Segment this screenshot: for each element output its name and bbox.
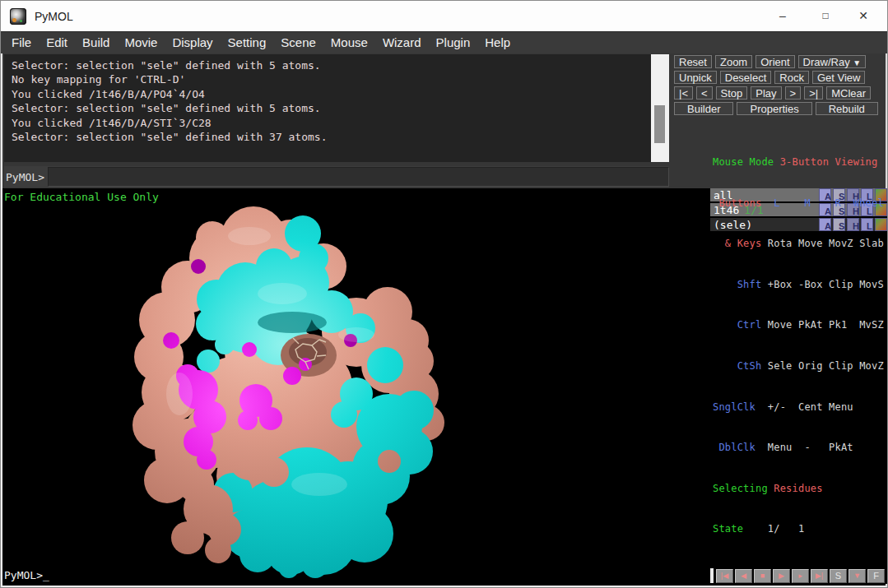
console-line: Selector: selection "sele" defined with … [12,101,651,115]
mouse-row-label: SnglClk [713,401,755,413]
menu-mouse[interactable]: Mouse [323,32,375,53]
mouse-row-text: Move PkAt Pk1 MvSZ [761,319,884,331]
orient-button[interactable]: Orient [755,55,794,68]
console-line: Selector: selection "sele" defined with … [12,130,651,144]
console-scrollbar[interactable] [651,54,669,162]
menu-scene[interactable]: Scene [273,32,323,53]
mouse-row-label: CtSh [713,360,761,372]
pymol-window: PyMOL – □ ✕ File Edit Build Movie Displa… [0,0,888,588]
menu-bar: File Edit Build Movie Display Setting Sc… [1,32,887,53]
movie-stop-button[interactable]: Stop [716,86,748,100]
mouse-row-label: & Keys [713,238,761,249]
frame-last-button[interactable]: >| [804,86,823,100]
mouse-row-label: Selecting [713,483,768,494]
movie-play-button[interactable]: Play [751,86,781,100]
mouse-row-label: State [713,523,743,535]
mouse-row-label: Mouse Mode [713,156,774,168]
menu-movie[interactable]: Movie [117,32,165,53]
builder-button[interactable]: Builder [674,102,733,115]
panel-scroll-strip[interactable] [710,568,714,583]
molecule-surface-rendering[interactable] [2,188,710,584]
mouse-row-text: Menu - PkAt [755,442,853,453]
playback-play-button[interactable]: ▶ [773,569,790,583]
close-button[interactable]: ✕ [844,1,882,30]
rebuild-button[interactable]: Rebuild [816,102,878,115]
properties-button[interactable]: Properties [737,102,811,115]
mouse-row-text: +Box -Box Clip MovS [761,279,884,290]
playback-s-button[interactable]: S [830,569,847,583]
dropdown-arrow-icon: ▼ [853,58,861,67]
menu-build[interactable]: Build [75,32,117,53]
mouse-row-text: 1/ 1 [743,523,804,535]
mouse-row-text: Residues [768,483,823,494]
command-prompt-label: PyMOL> [6,171,44,183]
menu-wizard[interactable]: Wizard [375,32,429,53]
console-line: You clicked /1t46/B/A/PO4`4/O4 [12,87,651,101]
main-area: For Educational Use Only PyMOL>_ all A S… [1,188,887,587]
zoom-button[interactable]: Zoom [715,55,752,68]
console-line: You clicked /1t46/D/A/STI`3/C28 [12,116,651,130]
get-view-button[interactable]: Get View [812,71,866,84]
command-input[interactable] [48,167,669,187]
viewport-3d[interactable]: For Educational Use Only PyMOL>_ [2,188,710,584]
rock-button[interactable]: Rock [774,71,809,84]
menu-setting[interactable]: Setting [221,32,274,53]
mouse-row-label: Buttons [713,197,761,209]
mclear-button[interactable]: MClear [826,86,871,100]
frame-next-button[interactable]: > [785,86,802,100]
side-panel: all A S H L 1t46 1/1 A S H L [710,188,887,584]
pymol-app-icon [10,8,26,25]
mouse-mode-panel: Mouse Mode 3-Button Viewing Buttons L M … [713,127,884,566]
mouse-row-text: +/- Cent Menu [755,401,853,413]
reset-button[interactable]: Reset [674,55,712,68]
mouse-row-label: DblClk [713,442,755,453]
playback-next-button[interactable]: ▸ [792,569,809,583]
playback-first-button[interactable]: |◀ [716,569,733,583]
console-line: No key mapping for 'CTRL-D' [12,72,651,86]
viewport-prompt: PyMOL>_ [4,569,49,581]
mouse-row-label: Ctrl [713,319,761,331]
title-bar: PyMOL – □ ✕ [1,1,887,32]
mouse-row-text: Rota Move MovZ Slab [761,238,884,249]
console-line: Selector: selection "sele" defined with … [12,58,651,72]
menu-plugin[interactable]: Plugin [429,32,478,53]
draw-ray-button[interactable]: Draw/Ray ▼ [798,55,867,68]
minimize-button[interactable]: – [764,1,802,30]
console-log: Selector: selection "sele" defined with … [4,54,651,162]
playback-prev-button[interactable]: ◀ [735,569,752,583]
mouse-row-label: Shft [713,279,761,290]
draw-ray-label: Draw/Ray [803,56,850,68]
window-title: PyMOL [35,10,73,23]
playback-stop-button[interactable]: ■ [754,569,771,583]
frame-first-button[interactable]: |< [674,86,693,100]
unpick-button[interactable]: Unpick [674,71,717,84]
educational-watermark: For Educational Use Only [4,191,159,203]
menu-help[interactable]: Help [477,32,518,53]
playback-controls: |◀ ◀ ■ ▶ ▸ ▶| S ▼ F [710,567,887,584]
control-panel: Reset Zoom Orient Draw/Ray ▼ Unpick Dese… [672,55,887,118]
command-row: PyMOL> [4,166,669,188]
playback-down-button[interactable]: ▼ [848,569,866,583]
menu-file[interactable]: File [4,32,39,53]
mouse-row-text: 3-Button Viewing [774,156,877,168]
mouse-row-text: L M R Wheel [761,197,884,209]
mouse-row-text: Sele Orig Clip MovZ [761,360,884,372]
menu-display[interactable]: Display [165,32,220,53]
console-scrollbar-thumb[interactable] [654,105,665,143]
playback-f-button[interactable]: F [867,569,885,583]
frame-prev-button[interactable]: < [696,86,713,100]
maximize-button[interactable]: □ [807,1,844,30]
playback-last-button[interactable]: ▶| [811,569,828,583]
menu-edit[interactable]: Edit [39,32,75,53]
deselect-button[interactable]: Deselect [720,71,772,84]
